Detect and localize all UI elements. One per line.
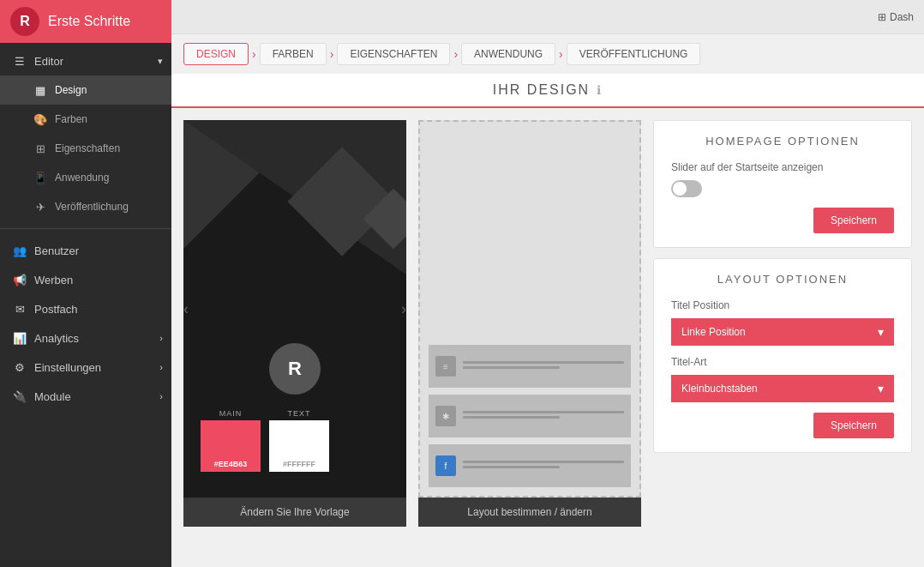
- swatch-text-box: #FFFFFF: [269, 420, 329, 472]
- sidebar-item-einstellungen[interactable]: ⚙ Einstellungen ›: [0, 353, 171, 382]
- color-swatches: MAIN #EE4B63 TEXT #FFFFFF: [201, 409, 329, 472]
- breadcrumb-farben-label: FARBEN: [273, 48, 314, 60]
- breadcrumb-anwendung[interactable]: ANWENDUNG: [461, 43, 555, 65]
- farben-icon: 🎨: [33, 112, 48, 127]
- layout-icon-1: ≡: [435, 356, 456, 377]
- benutzer-label: Benutzer: [34, 244, 79, 257]
- sidebar-item-veroeffentlichung[interactable]: ✈ Veröffentlichung: [0, 192, 171, 221]
- sidebar-title-text: Erste Schritte: [48, 14, 130, 29]
- analytics-arrow: ›: [159, 333, 163, 343]
- postfach-label: Postfach: [34, 303, 78, 316]
- swatch-main-label: MAIN: [219, 409, 243, 418]
- layout-row-2: ✱: [429, 395, 631, 437]
- veroeffentlichung-icon: ✈: [33, 199, 48, 214]
- sidebar-item-eigenschaften[interactable]: ⊞ Eigenschaften: [0, 134, 171, 163]
- layout-line-a: [463, 361, 624, 364]
- sidebar-item-benutzer[interactable]: 👥 Benutzer: [0, 236, 171, 265]
- design-label: Design: [55, 84, 87, 96]
- breadcrumb-veroeffentlichung[interactable]: VERÖFFENTLICHUNG: [567, 43, 701, 65]
- module-arrow: ›: [159, 391, 163, 401]
- sidebar-item-postfach[interactable]: ✉ Postfach: [0, 294, 171, 323]
- veroeffentlichung-label: Veröffentlichung: [55, 201, 129, 213]
- sidebar-item-design[interactable]: ▦ Design: [0, 75, 171, 105]
- main-nav-section: 👥 Benutzer 📢 Werben ✉ Postfach 📊 Analyti…: [0, 232, 171, 414]
- breadcrumb-nav: DESIGN › FARBEN › EIGENSCHAFTEN › ANWEND…: [171, 34, 924, 74]
- eigenschaften-icon: ⊞: [33, 141, 48, 156]
- layout-preview: ≡ ✱ f: [418, 120, 641, 498]
- breadcrumb-design[interactable]: DESIGN: [183, 43, 249, 65]
- layout-line-d: [463, 416, 560, 419]
- titel-art-arrow: ▾: [878, 382, 884, 395]
- template-logo-letter: R: [288, 358, 302, 380]
- layout-save-button[interactable]: Speichern: [813, 413, 894, 438]
- homepage-save-button[interactable]: Speichern: [813, 208, 894, 233]
- breadcrumb-design-label: DESIGN: [196, 48, 236, 60]
- page-title-bar: IHR DESIGN ℹ: [171, 74, 924, 108]
- editor-section: ☰ Editor ▾ ▦ Design 🎨 Farben ⊞ Eigenscha…: [0, 43, 171, 225]
- analytics-label: Analytics: [34, 332, 79, 345]
- titel-position-select[interactable]: Linke Position ▾: [671, 318, 894, 346]
- layout-icon-3: f: [435, 455, 456, 476]
- layout-options-title: LAYOUT OPTIONEN: [671, 273, 894, 286]
- sidebar-item-farben[interactable]: 🎨 Farben: [0, 105, 171, 134]
- sidebar-header: R Erste Schritte: [0, 0, 171, 43]
- dash-label: Dash: [890, 11, 914, 23]
- sidebar-item-analytics[interactable]: 📊 Analytics ›: [0, 323, 171, 353]
- nav-arrow-right[interactable]: ›: [401, 300, 406, 318]
- sidebar-item-anwendung[interactable]: 📱 Anwendung: [0, 163, 171, 192]
- design-preview: ‹ › R MAIN #EE4B63 TEXT: [183, 120, 406, 555]
- dash-icon: ⊞: [878, 11, 886, 23]
- breadcrumb-arrow-1: ›: [252, 47, 256, 61]
- template-logo-circle: R: [269, 343, 321, 395]
- nav-arrow-left[interactable]: ‹: [183, 300, 189, 318]
- layout-lines-1: [463, 361, 624, 371]
- sidebar-logo: R: [10, 7, 39, 36]
- breadcrumb-veroeffentlichung-label: VERÖFFENTLICHUNG: [579, 48, 688, 60]
- layout-preview-container: ≡ ✱ f: [418, 120, 641, 555]
- breadcrumb-arrow-2: ›: [330, 47, 334, 61]
- titel-art-value: Kleinbuchstaben: [681, 383, 758, 395]
- benutzer-icon: 👥: [12, 243, 27, 258]
- editor-label: Editor: [34, 55, 63, 68]
- layout-lines-3: [463, 461, 624, 471]
- anwendung-label: Anwendung: [55, 172, 109, 184]
- layout-options-panel: LAYOUT OPTIONEN Titel Position Linke Pos…: [653, 258, 912, 453]
- titel-art-select[interactable]: Kleinbuchstaben ▾: [671, 375, 894, 402]
- titel-position-value: Linke Position: [681, 326, 746, 338]
- layout-line-f: [463, 466, 560, 468]
- main-content: ⊞ Dash DESIGN › FARBEN › EIGENSCHAFTEN ›…: [171, 0, 924, 567]
- swatch-text: TEXT #FFFFFF: [269, 409, 329, 472]
- homepage-options-title: HOMEPAGE OPTIONEN: [671, 135, 894, 148]
- layout-row-3: f: [429, 444, 631, 487]
- titel-position-arrow: ▾: [878, 325, 884, 339]
- layout-line-b: [463, 366, 560, 369]
- farben-label: Farben: [55, 113, 87, 125]
- swatch-text-hex: #FFFFFF: [283, 460, 315, 468]
- breadcrumb-farben[interactable]: FARBEN: [260, 43, 327, 65]
- editor-arrow: ▾: [158, 56, 163, 67]
- template-btn[interactable]: Ändern Sie Ihre Vorlage: [183, 498, 406, 527]
- breadcrumb-eigenschaften[interactable]: EIGENSCHAFTEN: [337, 43, 450, 65]
- right-panel: HOMEPAGE OPTIONEN Slider auf der Startse…: [653, 120, 912, 555]
- sidebar-item-werben[interactable]: 📢 Werben: [0, 265, 171, 294]
- template-preview: ‹ › R MAIN #EE4B63 TEXT: [183, 120, 406, 498]
- slider-toggle[interactable]: [671, 180, 702, 197]
- sidebar-item-module[interactable]: 🔌 Module ›: [0, 382, 171, 411]
- einstellungen-arrow: ›: [159, 362, 163, 372]
- info-icon: ℹ: [597, 83, 603, 97]
- layout-line-e: [463, 461, 624, 463]
- breadcrumb-anwendung-label: ANWENDUNG: [474, 48, 543, 60]
- postfach-icon: ✉: [12, 301, 27, 317]
- swatch-main: MAIN #EE4B63: [201, 409, 261, 472]
- einstellungen-label: Einstellungen: [34, 361, 101, 374]
- layout-icon-2: ✱: [435, 406, 456, 426]
- layout-btn[interactable]: Layout bestimmen / ändern: [418, 498, 641, 527]
- einstellungen-icon: ⚙: [12, 359, 27, 375]
- werben-label: Werben: [34, 274, 73, 287]
- clearfix-1: Speichern: [671, 208, 894, 233]
- titel-art-label: Titel-Art: [671, 356, 894, 368]
- editor-header[interactable]: ☰ Editor ▾: [0, 46, 171, 75]
- topbar: ⊞ Dash: [171, 0, 924, 34]
- layout-lines-2: [463, 411, 624, 421]
- module-icon: 🔌: [12, 389, 27, 404]
